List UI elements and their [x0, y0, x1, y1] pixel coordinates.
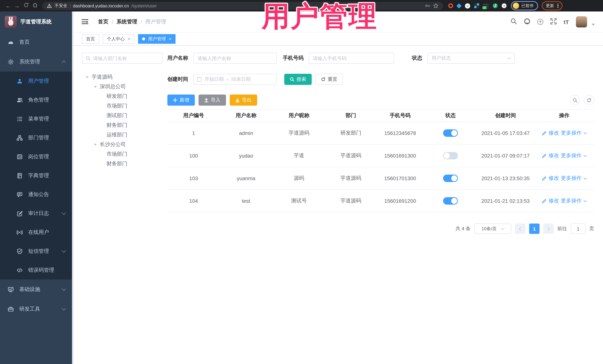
prev-page-button[interactable]	[515, 223, 525, 234]
tree-node[interactable]: 财务部门	[82, 159, 162, 169]
tab-home[interactable]: 首页	[82, 34, 99, 44]
start-date-placeholder[interactable]: 开始日期	[204, 76, 224, 83]
sidebar-collapse-icon[interactable]	[82, 19, 88, 24]
github-icon[interactable]	[524, 18, 530, 26]
mobile-input[interactable]	[309, 53, 394, 64]
extension-green-person-icon[interactable]	[493, 3, 498, 8]
sidebar-item-error-codes[interactable]: 错误码管理	[0, 261, 73, 279]
security-label[interactable]: 不安全	[55, 3, 67, 9]
search-icon[interactable]	[510, 18, 517, 26]
search-button[interactable]: 搜索	[284, 74, 312, 85]
edit-action[interactable]: 修改	[549, 152, 559, 159]
more-actions[interactable]: 更多操作	[561, 130, 582, 136]
address-bar[interactable]: 不安全 dashboard.yudao.iocoder.cn/system/us…	[42, 2, 443, 10]
table-row[interactable]: 100 yudao 芋道 芋道源码 15601691300 2021-01-07…	[167, 144, 594, 167]
close-icon[interactable]: ×	[128, 37, 130, 41]
status-toggle-on[interactable]	[443, 129, 458, 137]
font-size-icon[interactable]: tT	[564, 19, 569, 25]
edit-action[interactable]: 修改	[549, 130, 559, 136]
help-icon[interactable]: ?	[537, 19, 543, 25]
tree-caret-icon[interactable]	[94, 144, 97, 145]
sidebar-item-notice[interactable]: 通知公告	[0, 185, 73, 204]
chevron-down-icon[interactable]	[584, 199, 587, 202]
sidebar-scrollbar[interactable]	[72, 11, 73, 364]
extension-orange-ring-icon[interactable]	[448, 3, 453, 8]
tree-caret-icon[interactable]	[86, 76, 89, 78]
reset-button[interactable]: 重置	[315, 74, 343, 85]
tree-node[interactable]: 运维部门	[82, 130, 162, 140]
sidebar-item-user-management[interactable]: 用户管理	[0, 72, 73, 90]
tree-node[interactable]: 测试部门	[82, 111, 162, 121]
password-key-icon[interactable]	[425, 3, 430, 9]
edit-action[interactable]: 修改	[549, 175, 559, 182]
sidebar-logo[interactable]: 芋道管理系统	[0, 11, 73, 32]
export-button[interactable]: 导出	[230, 95, 257, 106]
more-actions[interactable]: 更多操作	[561, 175, 582, 182]
tree-node[interactable]: 研发部门	[82, 92, 162, 101]
edit-action[interactable]: 修改	[549, 198, 559, 204]
goto-page-input[interactable]	[571, 223, 586, 234]
table-refresh-button[interactable]	[584, 95, 594, 105]
sidebar-item-dept-management[interactable]: 部门管理	[0, 128, 73, 147]
url-host[interactable]: dashboard.yudao.iocoder.cn	[73, 3, 129, 8]
status-select[interactable]: 用户状态	[428, 53, 515, 64]
tree-node[interactable]: 财务部门	[82, 121, 162, 130]
sidebar-item-sms-management[interactable]: 短信管理	[0, 242, 73, 261]
dept-search-box[interactable]	[82, 53, 162, 64]
sidebar-item-dict-management[interactable]: 字典管理	[0, 166, 73, 185]
end-date-placeholder[interactable]: 结束日期	[231, 76, 251, 83]
sidebar-item-system[interactable]: 系统管理	[0, 52, 73, 72]
user-avatar[interactable]	[576, 16, 587, 27]
sidebar-item-post-management[interactable]: 岗位管理	[0, 147, 73, 166]
date-range-picker[interactable]: 开始日期 - 结束日期	[193, 74, 277, 85]
browser-forward-icon[interactable]: →	[13, 0, 22, 11]
breadcrumb-home[interactable]: 首页	[98, 19, 108, 25]
next-page-button[interactable]	[543, 223, 554, 234]
dept-search-input[interactable]	[93, 55, 159, 61]
browser-profile-chip[interactable]: 已暂停	[511, 1, 538, 10]
sidebar-item-audit-log[interactable]: 审计日志	[0, 204, 73, 223]
browser-back-icon[interactable]: ←	[4, 0, 13, 11]
browser-reload-icon[interactable]	[22, 0, 30, 11]
close-icon[interactable]: ×	[169, 37, 172, 41]
tab-user-management[interactable]: 用户管理 ×	[138, 34, 175, 44]
tree-node[interactable]: 芋道源码	[82, 72, 162, 82]
import-button[interactable]: 导入	[198, 95, 226, 106]
more-actions[interactable]: 更多操作	[561, 152, 582, 159]
tab-profile[interactable]: 个人中心 ×	[103, 34, 134, 44]
chevron-down-icon[interactable]	[584, 176, 587, 180]
sidebar-item-home[interactable]: 首页	[0, 32, 73, 52]
add-button[interactable]: 新增	[167, 95, 195, 106]
chevron-down-icon[interactable]	[584, 154, 587, 157]
tree-node[interactable]: 长沙分公司	[82, 140, 162, 149]
table-row[interactable]: 104 test 测试号 芋道源码 15601691200 2021-01-21…	[167, 190, 594, 212]
tree-node[interactable]: 深圳总公司	[82, 82, 162, 92]
sidebar-item-role-management[interactable]: 角色管理	[0, 90, 73, 109]
tree-node[interactable]: 市场部门	[82, 149, 162, 159]
browser-home-icon[interactable]	[30, 0, 39, 11]
page-size-select[interactable]: 10条/页	[474, 223, 511, 234]
status-toggle-off[interactable]	[443, 152, 458, 159]
sidebar-item-menu-management[interactable]: 菜单管理	[0, 109, 73, 128]
current-page-button[interactable]: 1	[529, 223, 540, 234]
extension-list-on-icon[interactable]: on	[483, 3, 489, 8]
more-actions[interactable]: 更多操作	[561, 198, 582, 204]
browser-update-button[interactable]: 更新	[542, 1, 562, 10]
sidebar-item-dev-tools[interactable]: 研发工具	[0, 299, 73, 319]
table-row[interactable]: 1 admin 芋道源码 研发部门 15612345678 2021-01-05…	[167, 122, 594, 144]
status-toggle-on[interactable]	[443, 175, 458, 182]
status-toggle-on[interactable]	[443, 197, 458, 205]
table-row[interactable]: 103 yuanma 源码 芋道源码 15601701300 2021-01-1…	[167, 167, 594, 190]
avatar-caret-down-icon[interactable]	[592, 23, 595, 25]
breadcrumb-system[interactable]: 系统管理	[116, 19, 137, 25]
browser-menu-icon[interactable]	[557, 4, 558, 8]
extension-green-v-icon[interactable]: v	[465, 3, 470, 8]
sidebar-item-online-users[interactable]: 在线用户	[0, 223, 73, 242]
bookmark-star-icon[interactable]	[433, 3, 439, 9]
sidebar-item-infrastructure[interactable]: 基础设施	[0, 279, 73, 299]
tree-node[interactable]: 市场部门	[82, 101, 162, 111]
username-input[interactable]	[193, 53, 277, 64]
tree-caret-icon[interactable]	[94, 86, 97, 88]
table-search-toggle-button[interactable]	[570, 95, 580, 105]
fullscreen-icon[interactable]	[550, 18, 557, 26]
